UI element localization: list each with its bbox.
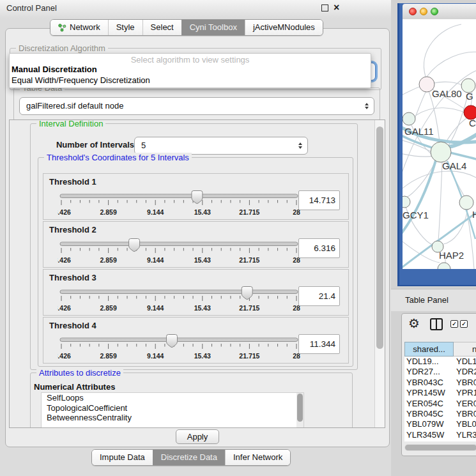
threshold-label: Threshold 2 (49, 225, 96, 234)
number-of-intervals-combobox[interactable]: 5 (134, 137, 308, 155)
horizontal-scrollbar[interactable] (404, 444, 476, 451)
list-item[interactable]: SelfLoops (42, 393, 303, 403)
cell-shared-name: YBR045C (404, 409, 454, 419)
list-scrollbar[interactable] (296, 393, 303, 427)
zoom-traffic-light-icon[interactable] (431, 8, 438, 15)
dropdown-item-equal-width-frequency-discretization[interactable]: Equal Width/Frequency Discretization (10, 75, 371, 86)
tab-discretize-data[interactable]: Discretize Data (153, 450, 225, 465)
table-row[interactable]: YIL052CYIL0 (404, 440, 476, 441)
group-title: Interval Definition (36, 120, 105, 128)
tab-jactivemnodules[interactable]: jActiveMNodules (245, 20, 323, 35)
network-canvas[interactable]: GAL80GCGAL11GAL4GCY1HHAP2 (403, 19, 476, 269)
number-of-intervals-label: Number of Intervals (50, 137, 134, 153)
screen: { "window": { "title": "Control Panel" }… (0, 0, 476, 476)
table-row[interactable]: YDR27...YDR2 (404, 367, 476, 377)
table-row[interactable]: YER054CYER0 (404, 399, 476, 409)
attributes-group: Attributes to discretize Numerical Attri… (30, 372, 353, 427)
threshold-panel-2: Threshold 2-3.4262.8599.14415.4321.71528… (43, 221, 349, 268)
threshold-slider[interactable]: -3.4262.8599.14415.4321.71528 (58, 189, 300, 219)
network-node[interactable] (438, 263, 450, 269)
threshold-slider-container[interactable]: -3.4262.8599.14415.4321.71528 (58, 285, 300, 314)
settings-scrollpane: Interval Definition Number of Intervals … (9, 119, 385, 428)
scrollbar-thumb[interactable] (405, 445, 476, 450)
table-rows: YDL19...YDL1YDR27...YDR2YBR043CYBR0YPR14… (404, 357, 476, 441)
threshold-slider-container[interactable]: -3.4262.8599.14415.4321.71528 (58, 189, 300, 219)
settings-scrollbar[interactable] (374, 120, 385, 427)
column-header[interactable]: shared... (404, 342, 454, 357)
network-view-window: GAL80GCGAL11GAL4GCY1HHAP2 (397, 3, 476, 286)
tab-cyni-toolbox[interactable]: Cyni Toolbox (181, 20, 245, 35)
cell-name: YDR2 (454, 367, 476, 377)
network-node[interactable] (403, 196, 410, 208)
threshold-slider[interactable]: -3.4262.8599.14415.4321.71528 (58, 333, 300, 362)
threshold-slider-container[interactable]: -3.4262.8599.14415.4321.71528 (58, 237, 300, 266)
tab-style[interactable]: Style (108, 20, 142, 35)
network-icon (58, 24, 66, 32)
bottom-tab-bar: Impute DataDiscretize DataInfer Network (91, 449, 291, 466)
float-window-icon[interactable] (321, 4, 328, 12)
tab-infer-network[interactable]: Infer Network (225, 450, 290, 465)
split-columns-icon[interactable] (430, 318, 443, 330)
group-title: Discretization Algorithm (16, 43, 108, 53)
threshold-panel-3: Threshold 3-3.4262.8599.14415.4321.71528… (43, 269, 349, 316)
checkbox-icon[interactable]: ✓ (450, 320, 458, 328)
network-node[interactable] (459, 196, 473, 210)
svg-text:15.43: 15.43 (194, 304, 211, 312)
network-window-titlebar (403, 4, 476, 20)
cell-name: YDL1 (454, 357, 476, 367)
table-data-combobox[interactable]: galFiltered.sif default node (19, 97, 374, 115)
table-row[interactable]: YLR345WYLR3 (404, 430, 476, 440)
cell-name: YBR0 (454, 378, 476, 388)
list-item[interactable]: BetweennessCentrality (42, 413, 303, 423)
cyni-toolbox-panel: Discretization Algorithm Select algorith… (5, 28, 390, 447)
svg-text:9.144: 9.144 (147, 208, 164, 216)
scrollbar-thumb[interactable] (376, 127, 383, 349)
network-graph[interactable]: GAL80GCGAL11GAL4GCY1HHAP2 (403, 19, 476, 269)
cell-name: YIL0 (454, 440, 473, 441)
interval-definition-group: Interval Definition Number of Intervals … (30, 123, 358, 370)
tab-select[interactable]: Select (142, 20, 181, 35)
tab-network[interactable]: Network (50, 20, 108, 35)
thresholds-group: Threshold's Coordinates for 5 Intervals … (38, 157, 353, 367)
threshold-label: Threshold 3 (49, 273, 96, 282)
tab-impute-data[interactable]: Impute Data (92, 450, 153, 465)
control-panel-window: Control Panel × NetworkStyleSelectCyni T… (0, 0, 392, 476)
table-row[interactable]: YBL079WYBL0 (404, 419, 476, 429)
threshold-slider-container[interactable]: -3.4262.8599.14415.4321.71528 (58, 333, 300, 362)
cell-shared-name: YBL079W (404, 419, 454, 429)
apply-button[interactable]: Apply (176, 429, 219, 444)
column-header[interactable]: n (454, 342, 476, 357)
network-node[interactable] (403, 112, 415, 125)
table-row[interactable]: YBR045CYBR0 (404, 409, 476, 419)
threshold-slider[interactable]: -3.4262.8599.14415.4321.71528 (58, 285, 300, 314)
network-node[interactable] (431, 142, 451, 162)
table-header-row: shared...n (404, 342, 476, 357)
svg-text:-3.426: -3.426 (58, 304, 71, 312)
combo-arrows-icon (365, 103, 369, 109)
table-row[interactable]: YBR043CYBR0 (404, 378, 476, 388)
numerical-attributes-list[interactable]: SelfLoopsTopologicalCoefficientBetweenne… (41, 392, 304, 427)
close-traffic-light-icon[interactable] (409, 8, 417, 15)
cell-shared-name: YDR27... (404, 367, 454, 377)
table-row[interactable]: YDL19...YDL1 (404, 357, 476, 367)
gear-icon[interactable]: ⚙ (408, 316, 420, 331)
minimize-traffic-light-icon[interactable] (420, 8, 427, 15)
checkbox-icon[interactable]: ✓ (460, 320, 468, 328)
threshold-value-field[interactable]: 6.316 (298, 238, 340, 258)
threshold-value-field[interactable]: 21.4 (298, 286, 340, 306)
node-label: HAP2 (439, 250, 464, 261)
threshold-value-field[interactable]: 11.344 (298, 334, 340, 354)
tab-label: Style (116, 20, 135, 35)
svg-text:15.43: 15.43 (194, 256, 211, 264)
table-data-group: Table Data galFiltered.sif default node (13, 88, 380, 121)
list-item[interactable]: TopologicalCoefficient (42, 403, 303, 413)
table-row[interactable]: YPR145WYPR1 (404, 388, 476, 398)
table-panel-header: Table Panel (391, 289, 476, 311)
dropdown-item-manual-discretization[interactable]: Manual Discretization (10, 65, 371, 75)
threshold-value-field[interactable]: 14.713 (298, 190, 340, 210)
combo-arrows-icon (298, 142, 302, 149)
threshold-slider[interactable]: -3.4262.8599.14415.4321.71528 (58, 237, 300, 266)
close-icon[interactable]: × (334, 4, 339, 12)
node-label: H (472, 209, 476, 220)
svg-text:9.144: 9.144 (147, 304, 164, 312)
